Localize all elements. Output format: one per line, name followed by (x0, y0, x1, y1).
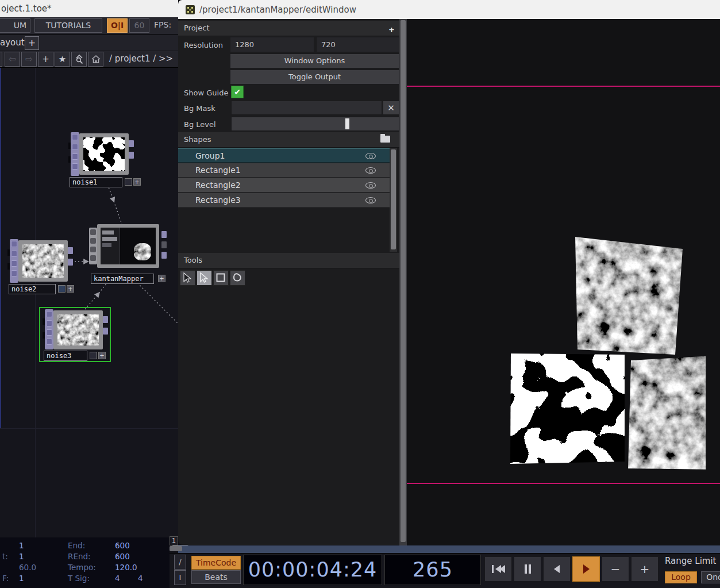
node-label[interactable]: noise2 (9, 284, 56, 294)
node-expand-button[interactable]: + (133, 178, 141, 186)
node-flag-strip[interactable] (71, 132, 79, 176)
mapping-canvas[interactable] (407, 19, 720, 545)
scrollbar-thumb[interactable] (391, 149, 396, 249)
output-connector[interactable] (103, 316, 108, 323)
visibility-eye-icon[interactable] (365, 182, 376, 189)
node-flag-strip[interactable] (45, 309, 53, 349)
node-noise1[interactable]: noise1 + (68, 132, 136, 189)
pause-button[interactable] (514, 556, 541, 582)
menu-item-tutorials[interactable]: TUTORIALS (34, 18, 102, 33)
info-value: 600 (115, 552, 130, 561)
add-tab-button[interactable]: + (25, 36, 39, 50)
shape-list-scrollbar[interactable] (390, 148, 397, 252)
output-connector[interactable] (129, 152, 134, 159)
network-edge-line (0, 68, 1, 428)
home-icon[interactable] (88, 52, 103, 67)
freeform-tool-button[interactable] (230, 270, 245, 286)
step-back-button[interactable] (543, 556, 571, 582)
mapped-quad-noise2[interactable] (628, 353, 720, 471)
output-connector[interactable] (161, 231, 167, 238)
toggle-output-button[interactable]: Toggle Output (230, 70, 399, 84)
output-connector[interactable] (68, 259, 73, 266)
node-kantanmapper[interactable]: kantanMapper + (89, 224, 170, 289)
integer-mode-button[interactable]: I (174, 570, 186, 585)
resolution-label: Resolution (184, 41, 223, 49)
visibility-eye-icon[interactable] (365, 167, 376, 174)
resolution-width-field[interactable]: 1280 (230, 37, 314, 52)
bg-mask-field[interactable] (231, 101, 382, 115)
menu-item-partial[interactable]: UM (0, 18, 30, 33)
shape-row-rectangle2[interactable]: Rectangle2 (178, 178, 390, 193)
shape-row-rectangle3[interactable]: Rectangle3 (178, 193, 390, 207)
oi-toggle-button[interactable]: O|I (107, 18, 128, 33)
shape-row-group1[interactable]: Group1 (178, 148, 390, 163)
rectangle-tool-button[interactable] (213, 270, 229, 286)
slider-thumb[interactable] (345, 118, 349, 129)
beats-mode-button[interactable]: Beats (191, 570, 241, 584)
node-label[interactable]: noise3 (44, 351, 87, 361)
bg-level-slider[interactable] (231, 117, 399, 131)
node-label[interactable]: kantanMapper (91, 274, 154, 284)
node-expand-button[interactable]: + (67, 285, 74, 293)
star-icon[interactable]: ★ (55, 52, 70, 67)
toolbar-button-partial[interactable] (0, 52, 2, 67)
once-button[interactable]: Onc (701, 571, 720, 583)
node-toggle[interactable] (90, 352, 97, 359)
node-flag-strip[interactable] (89, 228, 97, 264)
node-expand-button[interactable]: + (158, 275, 165, 282)
output-connector[interactable] (68, 247, 73, 254)
node-toggle[interactable] (125, 178, 132, 186)
edit-window-titlebar[interactable]: /project1/kantanMapper/editWindow (178, 0, 720, 19)
visibility-eye-icon[interactable] (365, 197, 376, 203)
node-frame[interactable] (97, 224, 159, 268)
add-button[interactable]: + (38, 52, 53, 67)
visibility-eye-icon[interactable] (365, 153, 376, 159)
bg-mask-clear-button[interactable]: ✕ (383, 101, 399, 115)
show-guide-label: Show Guide (184, 89, 228, 97)
node-frame[interactable] (18, 240, 68, 282)
node-noise2[interactable]: noise2 + (7, 239, 75, 295)
forward-arrow-icon[interactable]: ⇨ (21, 52, 37, 67)
tab-layout[interactable]: ayout (0, 37, 25, 48)
canvas-scrollbar[interactable] (399, 19, 407, 546)
timecode-mode-button[interactable]: TimeCode (191, 556, 241, 570)
window-options-button[interactable]: Window Options (230, 53, 399, 68)
scrollbar-thumb[interactable] (401, 20, 406, 542)
edit-points-tool-button[interactable] (197, 270, 212, 286)
select-tool-button[interactable] (180, 270, 195, 286)
output-connector[interactable] (103, 328, 108, 335)
node-noise3[interactable]: noise3 + (43, 309, 110, 361)
mapped-quad-noise3[interactable] (572, 233, 687, 359)
resolution-height-field[interactable]: 720 (316, 37, 399, 52)
slash-mode-button[interactable]: / (174, 555, 186, 570)
output-connector[interactable] (129, 140, 134, 147)
loop-button[interactable]: Loop (665, 571, 697, 583)
info-label: F: (2, 574, 9, 583)
tools-section-header[interactable]: Tools (178, 253, 399, 268)
node-toggle[interactable] (58, 285, 66, 293)
network-editor[interactable]: noise1 + noise2 + (0, 68, 178, 546)
add-group-folder-icon[interactable] (380, 136, 390, 143)
node-label[interactable]: noise1 (70, 177, 122, 187)
breadcrumb[interactable]: / project1 / >> (109, 53, 173, 64)
mapped-quad-noise1[interactable] (510, 352, 625, 464)
shapes-section-header[interactable]: Shapes (178, 132, 399, 148)
node-frame[interactable] (53, 310, 103, 349)
shape-row-rectangle1[interactable]: Rectangle1 (178, 163, 390, 178)
skip-to-start-button[interactable] (484, 556, 512, 582)
increment-button[interactable]: + (631, 556, 659, 582)
timeline-track[interactable] (178, 545, 720, 553)
project-section-header[interactable]: Project (178, 21, 399, 36)
output-connector[interactable] (161, 252, 167, 259)
decrement-button[interactable]: − (602, 556, 629, 582)
output-connector[interactable] (161, 241, 167, 248)
back-arrow-icon[interactable]: ⇦ (5, 52, 20, 67)
show-guide-checkbox[interactable]: ✔ (231, 86, 244, 98)
node-frame[interactable] (79, 133, 129, 175)
node-flag-strip[interactable] (10, 239, 18, 283)
zoom-fit-icon[interactable] (71, 52, 87, 67)
timeline-handle[interactable] (170, 546, 182, 551)
play-button[interactable] (572, 556, 600, 582)
node-expand-button[interactable]: + (98, 352, 106, 359)
fps-value[interactable]: 60 (129, 18, 149, 33)
